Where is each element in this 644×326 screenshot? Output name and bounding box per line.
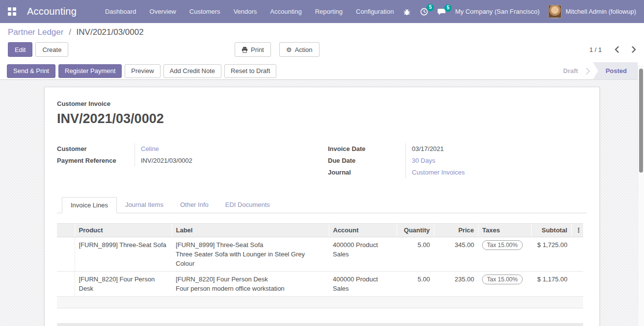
debug-bug-icon[interactable] xyxy=(403,8,411,16)
user-menu[interactable]: Mitchell Admin (followup) xyxy=(548,5,636,18)
payment-reference-field-label: Payment Reference xyxy=(57,155,134,167)
nav-item-dashboard[interactable]: Dashboard xyxy=(105,8,136,15)
app-brand[interactable]: Accounting xyxy=(27,6,77,17)
tax-badge: Tax 15.00% xyxy=(482,275,523,284)
breadcrumb-current: INV/2021/03/0002 xyxy=(77,27,144,37)
company-switcher[interactable]: My Company (San Francisco) xyxy=(455,8,539,15)
gear-icon: ⚙ xyxy=(286,47,292,53)
form-statusbar: Send & Print Register Payment Preview Ad… xyxy=(0,62,638,80)
print-button[interactable]: Print xyxy=(235,42,271,57)
customer-value-link[interactable]: Celine xyxy=(141,145,159,152)
status-flow: Draft Posted xyxy=(555,62,638,80)
user-avatar[interactable] xyxy=(548,5,562,18)
nav-item-accounting[interactable]: Accounting xyxy=(270,8,301,15)
invoice-number-title: INV/2021/03/0002 xyxy=(57,111,587,126)
add-credit-note-button[interactable]: Add Credit Note xyxy=(163,64,222,78)
top-navbar: Accounting Dashboard Overview Customers … xyxy=(0,0,644,23)
apps-menu-icon[interactable] xyxy=(8,7,16,16)
register-payment-button[interactable]: Register Payment xyxy=(58,64,122,78)
pager-next-icon[interactable] xyxy=(632,46,636,53)
nav-item-reporting[interactable]: Reporting xyxy=(315,8,343,15)
create-button[interactable]: Create xyxy=(35,42,68,57)
tab-invoice-lines[interactable]: Invoice Lines xyxy=(62,197,117,213)
taxes-column-header: Taxes xyxy=(478,224,531,237)
account-cell: 400000 Product Sales xyxy=(329,237,397,272)
tax-badge: Tax 15.00% xyxy=(482,240,523,250)
due-date-value-link[interactable]: 30 Days xyxy=(412,157,435,164)
activity-count-badge: 5 xyxy=(427,4,434,11)
user-name: Mitchell Admin (followup) xyxy=(565,8,636,15)
nav-item-configuration[interactable]: Configuration xyxy=(356,8,394,15)
invoice-sheet: Customer Invoice INV/2021/03/0002 Custom… xyxy=(44,87,600,326)
optional-columns-icon[interactable]: ⋮ xyxy=(571,224,583,237)
price-column-header: Price xyxy=(434,224,478,237)
nav-item-customers[interactable]: Customers xyxy=(189,8,220,15)
journal-value-link[interactable]: Customer Invoices xyxy=(412,169,465,176)
form-view-content: Customer Invoice INV/2021/03/0002 Custom… xyxy=(0,80,644,326)
edit-button[interactable]: Edit xyxy=(8,42,32,57)
totals-separator-bar xyxy=(57,323,583,326)
quantity-column-header: Quantity xyxy=(397,224,434,237)
row-drag-handle[interactable] xyxy=(57,237,75,272)
taxes-cell: Tax 15.00% xyxy=(478,237,531,272)
message-count-badge: 5 xyxy=(444,4,452,12)
preview-button[interactable]: Preview xyxy=(125,64,160,78)
payment-reference-value: INV/2021/03/0002 xyxy=(134,155,322,167)
invoice-line-row[interactable]: [FURN_8999] Three-Seat Sofa [FURN_8999] … xyxy=(57,237,583,272)
price-cell: 345.00 xyxy=(434,237,478,272)
vertical-scrollbar[interactable] xyxy=(638,65,644,326)
scrollbar-thumb[interactable] xyxy=(639,69,643,173)
pager-count: 1 / 1 xyxy=(590,46,602,53)
activity-clock-icon[interactable]: 5 xyxy=(420,7,429,16)
table-header-row: Product Label Account Quantity Price Tax… xyxy=(57,224,583,237)
empty-filler-row xyxy=(57,297,583,308)
quantity-cell: 5.00 xyxy=(397,272,434,297)
messages-icon[interactable]: 5 xyxy=(437,8,446,16)
label-column-header: Label xyxy=(172,224,329,237)
quantity-cell: 5.00 xyxy=(397,237,434,272)
tab-other-info[interactable]: Other Info xyxy=(172,197,217,213)
invoice-date-value: 03/17/2021 xyxy=(405,143,587,155)
send-print-button[interactable]: Send & Print xyxy=(7,64,55,78)
invoice-line-row[interactable]: [FURN_8220] Four Person Desk [FURN_8220]… xyxy=(57,272,583,297)
account-cell: 400000 Product Sales xyxy=(329,272,397,297)
taxes-cell: Tax 15.00% xyxy=(478,272,531,297)
subtotal-cell: $ 1,175.00 xyxy=(531,272,571,297)
invoice-lines-table: Product Label Account Quantity Price Tax… xyxy=(57,223,583,308)
journal-field-label: Journal xyxy=(328,167,405,178)
breadcrumb-parent-link[interactable]: Partner Ledger xyxy=(8,27,63,37)
nav-item-overview[interactable]: Overview xyxy=(150,8,176,15)
notebook-tabs: Invoice Lines Journal Items Other Info E… xyxy=(57,197,587,213)
product-cell: [FURN_8220] Four Person Desk xyxy=(75,272,172,297)
product-column-header: Product xyxy=(75,224,172,237)
price-cell: 235.00 xyxy=(434,272,478,297)
customer-field-label: Customer xyxy=(57,143,134,155)
tab-edi-documents[interactable]: EDI Documents xyxy=(217,197,278,213)
document-type-label: Customer Invoice xyxy=(57,100,587,107)
due-date-field-label: Due Date xyxy=(328,155,405,167)
product-cell: [FURN_8999] Three-Seat Sofa xyxy=(75,237,172,272)
printer-icon xyxy=(242,47,248,53)
breadcrumb: Partner Ledger / INV/2021/03/0002 xyxy=(8,27,636,37)
reset-to-draft-button[interactable]: Reset to Draft xyxy=(224,64,276,78)
control-panel: Partner Ledger / INV/2021/03/0002 Edit C… xyxy=(0,23,644,62)
subtotal-cell: $ 1,725.00 xyxy=(531,237,571,272)
nav-item-vendors[interactable]: Vendors xyxy=(234,8,257,15)
label-cell: [FURN_8999] Three-Seat Sofa Three Seater… xyxy=(172,237,329,272)
pager-previous-icon[interactable] xyxy=(615,46,619,53)
invoice-date-field-label: Invoice Date xyxy=(328,143,405,155)
tab-journal-items[interactable]: Journal Items xyxy=(117,197,172,213)
state-draft[interactable]: Draft xyxy=(555,62,586,80)
state-posted[interactable]: Posted xyxy=(593,62,638,80)
nav-menu: Dashboard Overview Customers Vendors Acc… xyxy=(105,8,394,15)
handle-column-header xyxy=(57,224,75,237)
account-column-header: Account xyxy=(329,224,397,237)
breadcrumb-separator: / xyxy=(69,27,71,37)
action-button[interactable]: ⚙ Action xyxy=(279,42,320,57)
row-drag-handle[interactable] xyxy=(57,272,75,297)
subtotal-column-header: Subtotal xyxy=(531,224,571,237)
label-cell: [FURN_8220] Four Person Desk Four person… xyxy=(172,272,329,297)
